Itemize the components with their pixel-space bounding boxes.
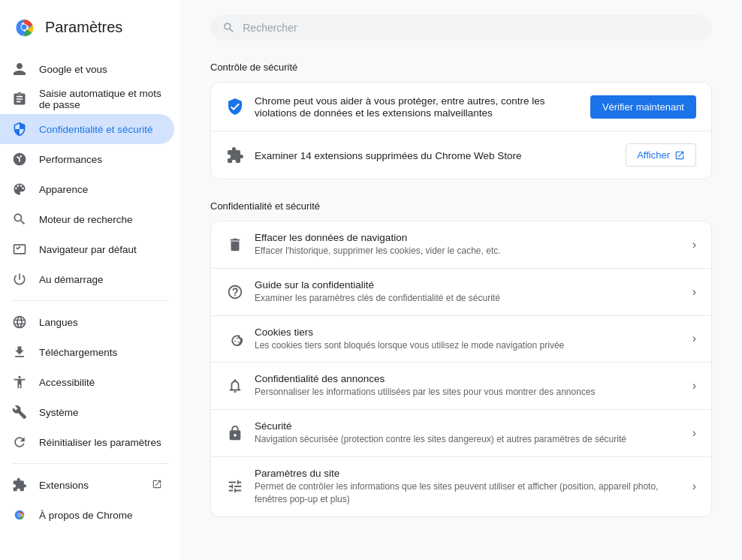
security-content: Sécurité Navigation sécurisée (protectio… (255, 420, 682, 446)
sidebar-divider-2 (12, 463, 168, 464)
privacy-row-ads[interactable]: Confidentialité des annonces Personnalis… (211, 363, 711, 410)
reset-icon (12, 435, 27, 450)
sidebar-item-accessibility[interactable]: Accessibilité (0, 367, 174, 397)
sidebar-item-accessibility-label: Accessibilité (39, 377, 162, 388)
verify-now-button[interactable]: Vérifier maintenant (590, 95, 696, 119)
power-icon (12, 272, 27, 287)
svg-point-4 (22, 25, 27, 30)
wrench-icon (12, 405, 27, 420)
globe-icon (12, 315, 27, 330)
view-extensions-button[interactable]: Afficher (626, 143, 696, 167)
security-check-content: Chrome peut vous aider à vous protéger, … (255, 95, 580, 119)
sidebar-item-extensions[interactable]: Extensions (0, 470, 174, 500)
chevron-right-icon-2: › (692, 332, 696, 345)
sidebar-item-downloads-label: Téléchargements (39, 347, 162, 358)
security-lock-icon (226, 424, 244, 442)
sidebar-item-startup-label: Au démarrage (39, 274, 162, 285)
sidebar-item-downloads[interactable]: Téléchargements (0, 337, 174, 367)
ads-privacy-icon (226, 377, 244, 395)
privacy-row-guide[interactable]: Guide sur la confidentialité Examiner le… (211, 269, 711, 316)
speedometer-icon (12, 152, 27, 167)
clipboard-icon (12, 92, 27, 107)
privacy-card: Effacer les données de navigation Efface… (210, 221, 712, 517)
puzzle-ext-icon (226, 146, 244, 164)
privacy-row-security[interactable]: Sécurité Navigation sécurisée (protectio… (211, 410, 711, 457)
external-link-icon (152, 479, 162, 492)
cookies-title: Cookies tiers (255, 327, 682, 338)
security-subtitle: Navigation sécurisée (protection contre … (255, 433, 682, 446)
privacy-guide-title: Guide sur la confidentialité (255, 279, 682, 291)
monitor-icon (12, 242, 27, 257)
main-content: Contrôle de sécurité Chrome peut vous ai… (180, 0, 742, 560)
sidebar-item-autofill[interactable]: Saisie automatique et mots de passe (0, 84, 174, 114)
site-settings-title: Paramètres du site (255, 468, 682, 479)
ads-title: Confidentialité des annonces (255, 373, 682, 384)
svg-point-8 (237, 338, 238, 339)
sidebar-header: Paramètres (0, 6, 180, 54)
accessibility-icon (12, 375, 27, 390)
sidebar-item-about-label: À propos de Chrome (39, 510, 162, 521)
sidebar-item-google[interactable]: Google et vous (0, 54, 174, 84)
clear-data-subtitle: Effacer l'historique, supprimer les cook… (255, 245, 682, 257)
sidebar-item-about[interactable]: À propos de Chrome (0, 500, 174, 530)
security-section-title: Contrôle de sécurité (210, 62, 712, 73)
sidebar-item-extensions-label: Extensions (39, 480, 140, 491)
sliders-icon (226, 477, 244, 495)
site-settings-subtitle: Permet de contrôler les informations que… (255, 480, 682, 506)
sidebar-item-autofill-label: Saisie automatique et mots de passe (39, 88, 162, 110)
site-settings-content: Paramètres du site Permet de contrôler l… (255, 468, 682, 506)
sidebar-item-google-label: Google et vous (39, 64, 162, 75)
privacy-row-cookies[interactable]: Cookies tiers Les cookies tiers sont blo… (211, 316, 711, 363)
privacy-section-title: Confidentialité et sécurité (210, 200, 712, 212)
sidebar-item-languages[interactable]: Langues (0, 307, 174, 337)
sidebar-item-default-browser[interactable]: Navigateur par défaut (0, 234, 174, 264)
chrome-logo-icon (12, 15, 36, 39)
cookies-content: Cookies tiers Les cookies tiers sont blo… (255, 327, 682, 352)
shield-check-icon (226, 98, 244, 116)
privacy-guide-subtitle: Examiner les paramètres clés de confiden… (255, 292, 682, 305)
sidebar-item-languages-label: Langues (39, 317, 162, 328)
sidebar-item-appearance[interactable]: Apparence (0, 174, 174, 204)
search-input[interactable] (243, 22, 700, 34)
sidebar-item-search-engine[interactable]: Moteur de recherche (0, 204, 174, 234)
sidebar-item-system-label: Système (39, 407, 162, 418)
privacy-guide-content: Guide sur la confidentialité Examiner le… (255, 279, 682, 305)
download-icon (12, 345, 27, 360)
ads-content: Confidentialité des annonces Personnalis… (255, 373, 682, 399)
svg-point-9 (234, 341, 236, 342)
cookie-icon (226, 330, 244, 348)
sidebar-item-reset-label: Réinitialiser les paramètres (39, 437, 162, 448)
chevron-right-icon-3: › (692, 379, 696, 393)
sidebar-item-search-engine-label: Moteur de recherche (39, 214, 162, 225)
sidebar-item-appearance-label: Apparence (39, 184, 162, 195)
security-check-description: Chrome peut vous aider à vous protéger, … (255, 95, 544, 119)
privacy-row-site-settings[interactable]: Paramètres du site Permet de contrôler l… (211, 457, 711, 516)
sidebar-title: Paramètres (45, 19, 122, 36)
clear-data-content: Effacer les données de navigation Efface… (255, 232, 682, 257)
sidebar-item-reset[interactable]: Réinitialiser les paramètres (0, 427, 174, 457)
person-icon (12, 62, 27, 77)
chevron-right-icon-1: › (692, 285, 696, 299)
security-card: Chrome peut vous aider à vous protéger, … (210, 82, 712, 179)
sidebar-item-privacy[interactable]: Confidentialité et sécurité (0, 114, 174, 144)
extensions-check-label: Examiner 14 extensions supprimées du Chr… (255, 150, 521, 161)
chevron-right-icon-0: › (692, 238, 696, 251)
shield-icon (12, 122, 27, 137)
security-title: Sécurité (255, 420, 682, 432)
chevron-right-icon-5: › (692, 480, 696, 493)
privacy-row-clear-data[interactable]: Effacer les données de navigation Efface… (211, 221, 711, 269)
search-bar-wrap (210, 15, 712, 41)
sidebar-item-startup[interactable]: Au démarrage (0, 264, 174, 294)
view-extensions-label: Afficher (637, 149, 670, 161)
extensions-check-row: Examiner 14 extensions supprimées du Chr… (211, 131, 711, 179)
svg-point-7 (18, 513, 21, 516)
sidebar-item-system[interactable]: Système (0, 397, 174, 427)
svg-point-10 (238, 342, 240, 343)
chevron-right-icon-4: › (692, 426, 696, 440)
extensions-check-content: Examiner 14 extensions supprimées du Chr… (255, 149, 615, 161)
clear-data-title: Effacer les données de navigation (255, 232, 682, 243)
privacy-guide-icon (226, 283, 244, 301)
search-bar (210, 15, 712, 41)
sidebar-item-performances[interactable]: Performances (0, 144, 174, 174)
trash-icon (226, 236, 244, 254)
